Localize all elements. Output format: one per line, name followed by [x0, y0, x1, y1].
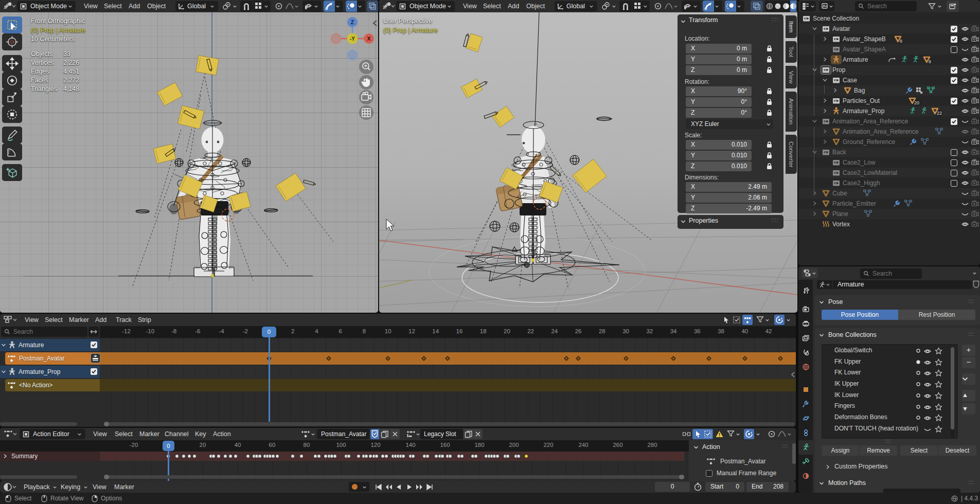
- svg-text:Z: Z: [351, 19, 354, 25]
- svg-text:-Y: -Y: [350, 36, 355, 42]
- svg-text:X: X: [367, 35, 370, 42]
